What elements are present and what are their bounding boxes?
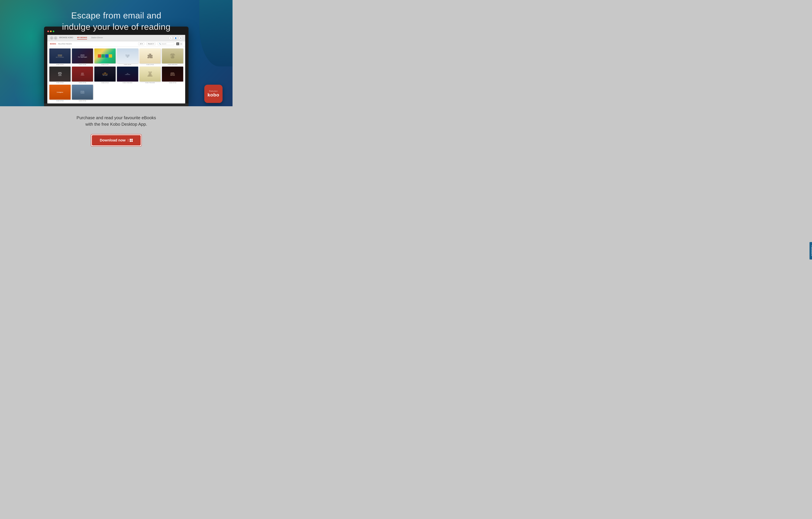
list-item[interactable]: THEMARTIANANDY WEIR KOBO EPUB: [94, 67, 116, 83]
tab-my-books[interactable]: MY BOOKS: [77, 36, 87, 39]
book-cover-nightingale: KRISTINHANNAHThe Nightingale: [72, 49, 93, 63]
book-cover-contagious: Contagious: [49, 85, 70, 100]
list-item[interactable]: THEORENDAJOSEPHBOYDEN KOBO EPUB: [140, 49, 161, 65]
book-label: KOBO EPUB: [79, 64, 86, 65]
search-icon: 🔍: [159, 43, 161, 45]
book-label: KOBO PREVIEW: [123, 82, 133, 83]
book-cover-buried-giant: KAZUOISHIGUROTHEBURIEDGIANT: [162, 49, 183, 63]
download-now-button[interactable]: Download now : [92, 135, 141, 146]
book-cover-northern-night: Once upona northernnight: [117, 49, 138, 63]
list-item[interactable]: HENRYMILLERTropicCancer KOBO EPUB: [49, 67, 70, 83]
apple-icon: : [127, 139, 129, 142]
book-cover-cockroach: COCK-ROACHRAW HAGE: [162, 67, 183, 82]
list-view-button[interactable]: ☰: [179, 42, 182, 45]
grid-view-button[interactable]: ⊞: [176, 42, 179, 45]
book-label: KOBO PREVIEW: [168, 64, 177, 65]
rakuten-text: Rakuten: [209, 90, 218, 92]
category-dropdown[interactable]: All ▾: [138, 42, 144, 45]
download-button-wrapper: Download now : [91, 134, 142, 147]
book-cover-sweetland: MICHAELCRUMMEYSweetland: [72, 85, 93, 100]
list-item[interactable]: KRISTINHANNAHThe Nightingale KOBO EPUB: [72, 49, 93, 65]
account-button[interactable]: 👤: [174, 36, 178, 40]
toolbar-icons: ↻ 👤 ⚙: [169, 36, 182, 40]
book-label: KOBO EPUB: [56, 82, 64, 83]
windows-icon: [130, 139, 133, 142]
purchase-description: Purchase and read your favourite eBooks …: [3, 115, 229, 127]
toolbar-tabs: BROWSE KOBO MY BOOKS Station Eleven: [59, 36, 167, 39]
settings-button[interactable]: ⚙: [179, 36, 182, 40]
list-item[interactable]: THE SUNALSORISESERNESTHEMINGWAY KOBO PRE…: [140, 67, 161, 83]
laptop-bottom-bar: [44, 103, 188, 106]
book-label: KOBO EPUB: [146, 64, 154, 65]
list-item[interactable]: KOBO PLUS: [94, 49, 116, 65]
kobo-logo-badge: Rakuten kobo: [204, 85, 223, 103]
book-label: KOBO EPUB: [124, 64, 131, 65]
book-cover-tropic-cancer: HENRYMILLERTropicCancer: [49, 67, 70, 82]
list-item[interactable]: KAZUOISHIGUROTHEBURIEDGIANT KOBO PREVIEW: [162, 49, 183, 65]
hero-text-block: Escape from email and indulge your love …: [0, 10, 233, 32]
book-cover-smitten-kitchen: smittenkitchencookbook: [72, 67, 93, 82]
book-label: KOBO EPUB: [101, 82, 109, 83]
book-cover-sun-also-rises: THE SUNALSORISESERNESTHEMINGWAY: [140, 67, 161, 82]
app-screen: ‹ › BROWSE KOBO MY BOOKS Station Eleven …: [47, 35, 185, 103]
download-label: Download now: [100, 138, 125, 143]
book-label: KOBO EPUB: [56, 100, 64, 101]
view-toggle: ⊞ ☰: [176, 42, 182, 45]
book-cover-luminaries: THELUMINARIES: [117, 67, 138, 82]
list-item[interactable]: COCK-ROACHRAW HAGE KOBO EPUB: [162, 67, 183, 83]
toolbar-nav: ‹ ›: [50, 36, 57, 40]
platform-icons: : [127, 139, 133, 142]
hero-title: Escape from email and indulge your love …: [0, 10, 233, 32]
sort-dropdown[interactable]: Recent ▾: [146, 42, 156, 45]
list-item[interactable]: Contagious KOBO EPUB: [49, 85, 70, 101]
book-label: KOBO PLUS: [102, 64, 109, 65]
book-label: KOBO EPUB: [79, 82, 86, 83]
filter-related-reads[interactable]: RELATED READS: [58, 43, 72, 45]
laptop-mockup: ‹ › BROWSE KOBO MY BOOKS Station Eleven …: [44, 27, 188, 106]
book-cover-orenda: THEORENDAJOSEPHBOYDEN: [140, 49, 161, 63]
search-bar[interactable]: 🔍 Search: [157, 42, 174, 45]
book-label: KOBO PREVIEW: [145, 82, 155, 83]
back-button[interactable]: ‹: [50, 36, 53, 40]
hero-section: Escape from email and indulge your love …: [0, 0, 233, 106]
sync-button[interactable]: ↻: [169, 36, 173, 40]
tab-current-book[interactable]: Station Eleven: [91, 36, 103, 39]
list-item[interactable]: MICHAELCRUMMEYSweetland KOBO EPUB: [72, 85, 93, 101]
tab-browse-kobo[interactable]: BROWSE KOBO: [59, 36, 73, 39]
book-cover-the-martian: THEMARTIANANDY WEIR: [94, 67, 116, 82]
list-item[interactable]: smittenkitchencookbook KOBO EPUB: [72, 67, 93, 83]
book-label: KOBO EPUB: [56, 64, 64, 65]
list-item[interactable]: THELUMINARIES KOBO PREVIEW: [117, 67, 138, 83]
app-toolbar: ‹ › BROWSE KOBO MY BOOKS Station Eleven …: [47, 35, 185, 41]
list-item[interactable]: STATION ELEVEN EMILY ST. JOHN MANDEL KOB…: [49, 49, 70, 65]
book-cover-station-eleven: STATION ELEVEN EMILY ST. JOHN MANDEL: [49, 49, 70, 63]
book-label: KOBO EPUB: [169, 82, 176, 83]
filter-books[interactable]: BOOKS: [50, 43, 56, 45]
filter-bar: BOOKS RELATED READS All ▾ Recent ▾ 🔍 Sea…: [47, 41, 185, 47]
kobo-text: kobo: [208, 92, 220, 98]
book-cover-kobo-plus: [94, 49, 116, 63]
books-grid: STATION ELEVEN EMILY ST. JOHN MANDEL KOB…: [47, 47, 185, 103]
list-item[interactable]: Once upona northernnight KOBO EPUB: [117, 49, 138, 65]
forward-button[interactable]: ›: [54, 36, 57, 40]
bottom-section: Purchase and read your favourite eBooks …: [0, 106, 233, 156]
book-label: KOBO EPUB: [79, 100, 86, 101]
laptop-frame: ‹ › BROWSE KOBO MY BOOKS Station Eleven …: [44, 27, 188, 103]
